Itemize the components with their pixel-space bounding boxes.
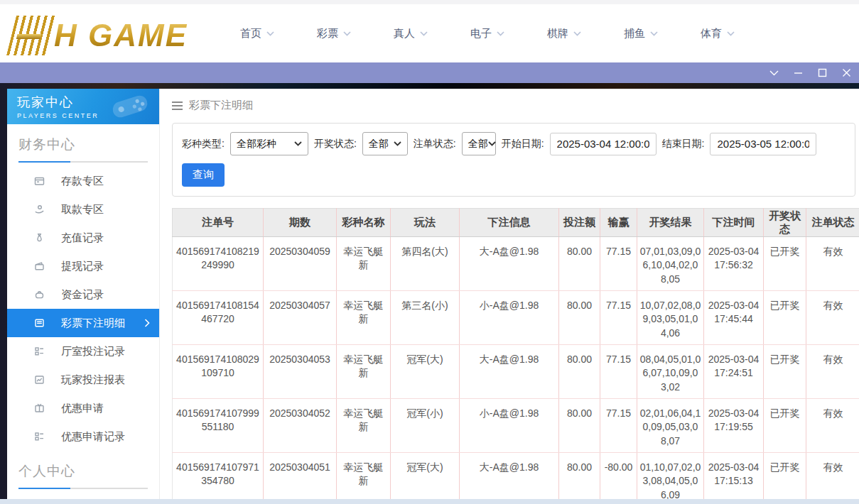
nav-item-home[interactable]: 首页 bbox=[240, 27, 274, 40]
start-date-input[interactable] bbox=[550, 133, 657, 155]
column-header: 玩法 bbox=[391, 209, 460, 237]
table-cell: 有效 bbox=[806, 345, 859, 399]
sidebar-item-label: 玩家投注报表 bbox=[61, 373, 125, 387]
table-cell: 07,01,03,09,06,10,04,02,08,05 bbox=[637, 237, 704, 291]
start-date-label: 开始日期: bbox=[502, 138, 544, 150]
page-title: 彩票下注明细 bbox=[189, 99, 253, 112]
table-cell: 大-A盘@1.98 bbox=[460, 237, 559, 291]
table-cell: 20250304053 bbox=[264, 345, 337, 399]
chevron-down-icon bbox=[497, 31, 504, 36]
table-cell: 80.00 bbox=[559, 399, 600, 453]
sidebar-item-player-bet-report[interactable]: 玩家投注报表 bbox=[7, 366, 159, 394]
sidebar-section-personal: 个人中心 bbox=[7, 451, 159, 485]
query-button[interactable]: 查询 bbox=[182, 163, 225, 187]
table-cell: 幸运飞艇新 bbox=[337, 237, 391, 291]
table-cell: 77.15 bbox=[600, 237, 637, 291]
window-close-icon[interactable] bbox=[841, 67, 852, 78]
nav-item-label: 棋牌 bbox=[547, 27, 568, 40]
wallet-icon bbox=[33, 261, 45, 272]
lottery-type-label: 彩种类型: bbox=[182, 138, 225, 150]
draw-status-select[interactable]: 全部 bbox=[362, 132, 408, 155]
sidebar-item-lottery-bet-detail[interactable]: 彩票下注明细 bbox=[7, 309, 159, 337]
hamburger-icon[interactable] bbox=[172, 99, 183, 112]
table-row: 40156917410797135478020250304051幸运飞艇新冠军(… bbox=[173, 453, 859, 500]
order-status-label: 注单状态: bbox=[414, 138, 456, 150]
end-date-input[interactable] bbox=[710, 133, 816, 155]
table-cell: 冠军(大) bbox=[391, 453, 460, 500]
sidebar-item-recharge-record[interactable]: 充值记录 bbox=[7, 224, 159, 252]
table-cell: 第三名(小) bbox=[391, 291, 460, 345]
sidebar-item-deposit[interactable]: 存款专区 bbox=[7, 167, 159, 195]
table-cell: 有效 bbox=[806, 291, 859, 345]
window-maximize-icon[interactable] bbox=[817, 67, 828, 78]
logo[interactable]: H GAME bbox=[11, 11, 202, 55]
table-cell: 10,07,02,08,09,03,05,01,04,06 bbox=[637, 291, 704, 345]
logo-h-bars-icon bbox=[6, 16, 56, 55]
site-header: H GAME 首页 彩票 真人 电子 棋牌 捕鱼 体育 bbox=[0, 0, 859, 62]
nav-item-sports[interactable]: 体育 bbox=[701, 27, 735, 40]
document-list-icon bbox=[33, 317, 45, 329]
sidebar-item-hall-bet-record[interactable]: 厅室投注记录 bbox=[7, 337, 159, 366]
table-cell: 02,01,06,04,10,09,05,03,08,07 bbox=[637, 399, 704, 453]
order-status-select[interactable]: 全部 bbox=[462, 132, 496, 155]
section-underline bbox=[18, 488, 148, 489]
window-collapse-icon[interactable] bbox=[769, 67, 779, 78]
table-cell: 已开奖 bbox=[764, 453, 806, 500]
column-header: 注单号 bbox=[173, 209, 264, 237]
table-cell: 80.00 bbox=[559, 345, 600, 399]
sidebar-item-label: 资金记录 bbox=[61, 288, 104, 302]
table-row: 40156917410799955118020250304052幸运飞艇新冠军(… bbox=[173, 399, 859, 453]
table-cell: -80.00 bbox=[600, 453, 637, 500]
select-value: 全部 bbox=[468, 138, 488, 150]
column-header: 彩种名称 bbox=[337, 209, 391, 237]
end-date-label: 结束日期: bbox=[662, 138, 705, 150]
select-chevron-icon bbox=[394, 141, 401, 146]
sidebar-item-promo-apply-record[interactable]: 优惠申请记录 bbox=[7, 422, 159, 451]
table-cell: 77.15 bbox=[600, 345, 637, 399]
table-cell: 幸运飞艇新 bbox=[337, 453, 391, 500]
column-header: 开奖状态 bbox=[764, 209, 806, 237]
table-cell: 2025-03-04 17:19:55 bbox=[704, 399, 764, 453]
table-body: 40156917410821924999020250304059幸运飞艇新第四名… bbox=[173, 237, 859, 500]
coupon-icon bbox=[33, 402, 45, 414]
lottery-type-select[interactable]: 全部彩种 bbox=[230, 132, 308, 155]
table-cell: 401569174108029109710 bbox=[173, 345, 264, 399]
table-row: 40156917410802910971020250304053幸运飞艇新冠军(… bbox=[173, 345, 859, 399]
table-cell: 幸运飞艇新 bbox=[337, 345, 391, 399]
table-row: 40156917410815446772020250304057幸运飞艇新第三名… bbox=[173, 291, 859, 345]
table-row: 40156917410821924999020250304059幸运飞艇新第四名… bbox=[173, 237, 859, 291]
logo-text: H GAME bbox=[54, 16, 188, 55]
filter-panel: 彩种类型: 全部彩种 开奖状态: 全部 注单状态: 全部 开始日期: 结束日期: bbox=[172, 123, 855, 197]
nav-item-fishing[interactable]: 捕鱼 bbox=[624, 27, 658, 40]
table-cell: 80.00 bbox=[559, 237, 600, 291]
nav-item-lottery[interactable]: 彩票 bbox=[317, 27, 351, 40]
main-content: 彩票下注明细 彩种类型: 全部彩种 开奖状态: 全部 注单状态: 全部 bbox=[161, 89, 859, 499]
sidebar-item-announcements[interactable]: 消息公告 bbox=[7, 493, 159, 499]
table-cell: 幸运飞艇新 bbox=[337, 399, 391, 453]
deposit-card-icon bbox=[33, 175, 45, 187]
select-value: 全部 bbox=[369, 138, 389, 150]
chevron-down-icon bbox=[420, 31, 428, 36]
clipboard-list-icon bbox=[33, 346, 45, 357]
sidebar-item-label: 优惠申请记录 bbox=[61, 430, 125, 444]
table-cell: 2025-03-04 17:45:44 bbox=[704, 291, 764, 345]
players-center-banner: 玩家中心 PLAYERS CENTER bbox=[7, 89, 159, 124]
table-cell: 20250304052 bbox=[264, 399, 337, 453]
sidebar-item-withdraw-record[interactable]: 提现记录 bbox=[7, 252, 159, 280]
withdraw-hand-icon bbox=[33, 204, 45, 215]
table-cell: 20250304057 bbox=[264, 291, 337, 345]
nav-item-live[interactable]: 真人 bbox=[394, 27, 428, 40]
sidebar-item-withdraw[interactable]: 取款专区 bbox=[7, 195, 159, 224]
nav-item-label: 彩票 bbox=[317, 27, 338, 40]
window-minimize-icon[interactable] bbox=[793, 67, 804, 78]
sidebar-item-funds-record[interactable]: 资金记录 bbox=[7, 280, 159, 309]
select-value: 全部彩种 bbox=[237, 138, 276, 150]
table-cell: 冠军(大) bbox=[391, 345, 460, 399]
sidebar-item-promo-apply[interactable]: 优惠申请 bbox=[7, 394, 159, 422]
nav-item-label: 捕鱼 bbox=[624, 27, 645, 40]
nav-item-cards[interactable]: 棋牌 bbox=[547, 27, 581, 40]
table-cell: 大-A盘@1.98 bbox=[460, 453, 559, 500]
nav-item-slots[interactable]: 电子 bbox=[470, 27, 504, 40]
table-cell: 401569174107999551180 bbox=[173, 399, 264, 453]
sidebar: 玩家中心 PLAYERS CENTER 财务中心 存款专区 取款专区 bbox=[7, 89, 160, 499]
